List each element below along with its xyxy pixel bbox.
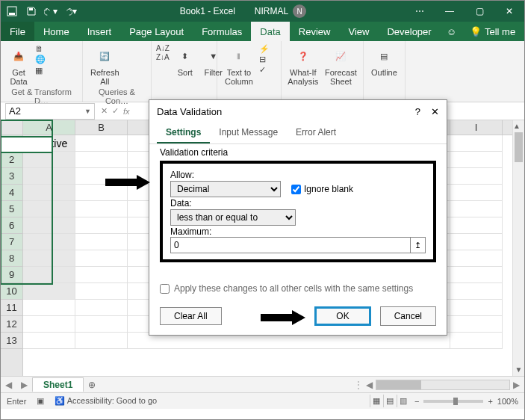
cell[interactable] (75, 316, 128, 333)
tab-developer[interactable]: Developer (378, 22, 440, 41)
cell[interactable] (450, 185, 503, 201)
row-header-8[interactable]: 8 (1, 250, 22, 267)
cell[interactable] (75, 152, 128, 168)
cell[interactable] (450, 201, 503, 217)
save-icon[interactable] (25, 4, 38, 18)
row-header-1[interactable]: 1 (1, 135, 22, 152)
outline-button[interactable]: ▤ Outline (368, 44, 400, 78)
maximum-input[interactable] (170, 237, 411, 253)
hscroll-right-icon[interactable]: ▶ (513, 380, 520, 390)
cell[interactable] (450, 135, 503, 152)
row-header-9[interactable]: 9 (1, 267, 22, 283)
ribbon-options-icon[interactable]: ⋯ (405, 1, 435, 22)
add-sheet-icon[interactable]: ⊕ (84, 380, 100, 390)
cell[interactable] (75, 234, 128, 250)
cell[interactable] (23, 168, 75, 185)
row-header-3[interactable]: 3 (1, 168, 22, 185)
view-page-icon[interactable]: ▤ (383, 395, 397, 407)
cell[interactable] (23, 333, 75, 349)
tab-page-layout[interactable]: Page Layout (120, 22, 193, 41)
tab-home[interactable]: Home (34, 22, 78, 41)
allow-select[interactable]: Decimal (170, 181, 281, 197)
maximize-icon[interactable]: ▢ (465, 1, 494, 22)
cell[interactable] (75, 185, 128, 201)
name-box[interactable]: A2 ▼ (5, 103, 95, 120)
cell[interactable] (75, 217, 128, 234)
ignore-blank-checkbox[interactable] (291, 185, 301, 194)
zoom-in-icon[interactable]: + (488, 397, 492, 406)
cell[interactable] (23, 267, 75, 283)
cell[interactable] (450, 300, 503, 316)
cell[interactable] (75, 168, 128, 185)
forecast-button[interactable]: 📈 Forecast Sheet (323, 44, 358, 87)
cell[interactable] (450, 250, 503, 267)
tab-data[interactable]: Data (251, 22, 289, 41)
zoom-level[interactable]: 100% (497, 397, 518, 406)
cell[interactable] (23, 152, 75, 168)
cell[interactable] (23, 201, 75, 217)
cell[interactable] (450, 168, 503, 185)
dialog-tab-settings[interactable]: Settings (157, 123, 210, 143)
dialog-tab-input-message[interactable]: Input Message (210, 123, 287, 143)
cell[interactable] (23, 185, 75, 201)
text-to-columns-button[interactable]: ⫴ Text to Column (222, 44, 256, 87)
row-header-11[interactable]: 11 (1, 300, 22, 316)
range-picker-icon[interactable]: ↥ (411, 237, 426, 253)
cell[interactable] (23, 283, 75, 300)
sort-za-icon[interactable]: Z↓A (156, 53, 170, 61)
cell[interactable] (75, 201, 128, 217)
macro-record-icon[interactable]: ▣ (37, 396, 44, 406)
cell[interactable] (75, 250, 128, 267)
tab-formulas[interactable]: Formulas (193, 22, 251, 41)
sheet-nav-prev-icon[interactable]: ◀ (1, 380, 16, 390)
cell[interactable] (75, 135, 128, 152)
scroll-down-icon[interactable]: ▼ (513, 364, 524, 376)
accessibility-status[interactable]: ♿ Accessibility: Good to go (55, 396, 157, 406)
view-break-icon[interactable]: ▥ (397, 395, 410, 407)
col-header-i[interactable]: I (450, 120, 503, 135)
tell-me[interactable]: 💡 Tell me (462, 22, 523, 41)
cell[interactable] (23, 217, 75, 234)
cell[interactable] (23, 300, 75, 316)
flash-fill-icon[interactable]: ⚡ (259, 44, 270, 54)
cell[interactable] (23, 250, 75, 267)
what-if-button[interactable]: ❓ What-If Analysis (286, 44, 320, 87)
scroll-up-icon[interactable]: ▲ (513, 120, 521, 132)
ignore-blank-checkbox-label[interactable]: Ignore blank (291, 184, 353, 194)
cell[interactable] (75, 283, 128, 300)
dialog-close-icon[interactable]: ✕ (431, 106, 439, 117)
tab-file[interactable]: File (1, 22, 34, 41)
row-header-5[interactable]: 5 (1, 201, 22, 217)
dialog-help-icon[interactable]: ? (415, 106, 420, 117)
cell[interactable] (23, 234, 75, 250)
fx-icon[interactable]: fx (123, 107, 130, 116)
row-header-4[interactable]: 4 (1, 185, 22, 201)
cell[interactable] (23, 316, 75, 333)
col-header-b[interactable]: B (75, 120, 128, 135)
name-box-dropdown-icon[interactable]: ▼ (84, 108, 91, 115)
apply-changes-checkbox[interactable] (160, 284, 170, 294)
cell[interactable] (75, 267, 128, 283)
horizontal-scrollbar[interactable] (376, 380, 510, 390)
col-header-a[interactable]: A (23, 120, 75, 135)
hscroll-left-icon[interactable]: ◀ (366, 380, 373, 390)
row-header-2[interactable]: 2 (1, 152, 22, 168)
zoom-out-icon[interactable]: − (414, 397, 419, 406)
close-icon[interactable]: ✕ (494, 1, 524, 22)
from-text-icon[interactable]: 🗎 (35, 44, 46, 53)
hscroll-thumb[interactable] (376, 380, 421, 389)
cancel-button[interactable]: Cancel (380, 306, 436, 326)
row-header-12[interactable]: 12 (1, 316, 22, 333)
cell[interactable] (450, 283, 503, 300)
view-switcher[interactable]: ▦▤▥ (370, 395, 410, 407)
scroll-thumb[interactable] (515, 132, 523, 162)
row-header-10[interactable]: 10 (1, 283, 22, 300)
cell[interactable] (75, 300, 128, 316)
data-validation-icon[interactable]: ✓ (259, 65, 270, 75)
sort-button[interactable]: ⬍ Sort (173, 44, 198, 78)
row-header-7[interactable]: 7 (1, 234, 22, 250)
get-data-button[interactable]: 📥 Get Data (5, 44, 32, 87)
vertical-scrollbar[interactable]: ▲ ▼ (512, 120, 524, 376)
from-web-icon[interactable]: 🌐 (35, 55, 46, 64)
cell[interactable] (450, 316, 503, 333)
